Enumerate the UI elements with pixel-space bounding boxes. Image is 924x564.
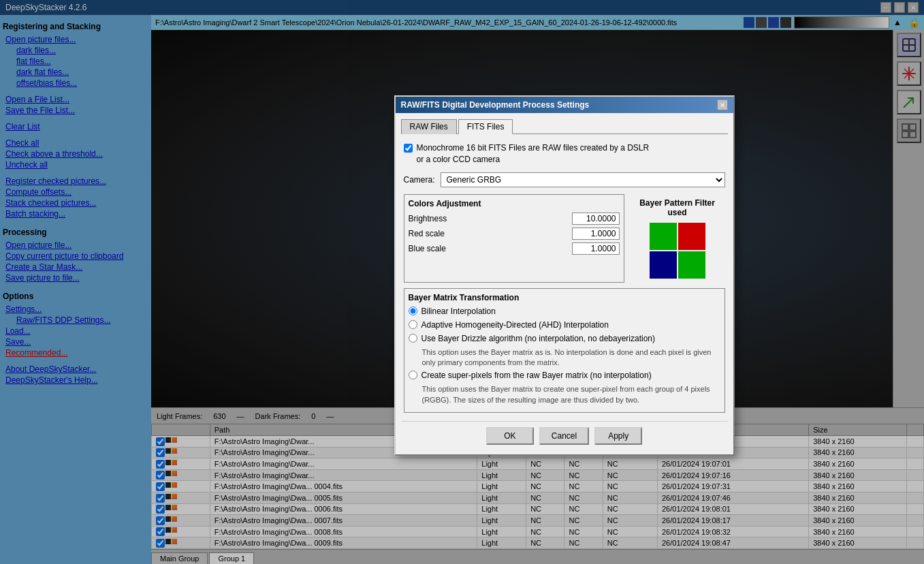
brightness-row: Brightness bbox=[409, 213, 620, 225]
bilinear-label: Bilinear Interpolation bbox=[421, 307, 496, 316]
brightness-input[interactable] bbox=[572, 213, 620, 225]
blue-scale-label: Blue scale bbox=[409, 244, 446, 253]
monochrome-checkbox[interactable] bbox=[404, 144, 413, 153]
ok-button[interactable]: OK bbox=[486, 427, 534, 445]
dialog-buttons: OK Cancel Apply bbox=[401, 421, 728, 449]
blue-scale-row: Blue scale bbox=[409, 242, 620, 255]
ddp-settings-dialog: RAW/FITS Digital Development Process Set… bbox=[394, 95, 735, 456]
bayer-cell-bl bbox=[650, 251, 677, 279]
camera-label: Camera: bbox=[404, 175, 435, 185]
bayer-pattern-title: Bayer Pattern Filter used bbox=[634, 198, 721, 217]
red-scale-row: Red scale bbox=[409, 228, 620, 240]
colors-panel-title: Colors Adjustment bbox=[409, 199, 620, 208]
apply-button[interactable]: Apply bbox=[594, 427, 642, 445]
bilinear-radio[interactable] bbox=[409, 307, 417, 315]
tab-raw-files[interactable]: RAW Files bbox=[401, 119, 457, 134]
red-scale-label: Red scale bbox=[409, 229, 445, 238]
drizzle-label: Use Bayer Drizzle algorithm (no interpol… bbox=[421, 334, 656, 343]
blue-scale-input[interactable] bbox=[572, 242, 620, 255]
drizzle-radio[interactable] bbox=[409, 334, 417, 343]
brightness-label: Brightness bbox=[409, 214, 447, 223]
dialog-close-button[interactable]: ✕ bbox=[717, 99, 728, 110]
cancel-button[interactable]: Cancel bbox=[539, 427, 589, 445]
drizzle-desc: This option uses the Bayer matrix as is.… bbox=[409, 347, 720, 369]
bayer-cell-tr bbox=[678, 223, 705, 250]
camera-select[interactable]: Generic GRBG bbox=[441, 172, 725, 187]
dialog-tab-bar: RAW Files FITS Files bbox=[401, 119, 728, 134]
drizzle-radio-row: Use Bayer Drizzle algorithm (no interpol… bbox=[409, 334, 720, 343]
bayer-grid bbox=[650, 223, 705, 279]
ahd-radio[interactable] bbox=[409, 320, 417, 329]
dialog-content: Monochrome 16 bit FITS Files are RAW fil… bbox=[401, 140, 728, 421]
monochrome-checkbox-row: Monochrome 16 bit FITS Files are RAW fil… bbox=[404, 142, 725, 166]
bayer-cell-tl bbox=[650, 223, 677, 250]
superpixel-label: Create super-pixels from the raw Bayer m… bbox=[421, 371, 652, 380]
ahd-radio-row: Adaptive Homogeneity-Directed (AHD) Inte… bbox=[409, 320, 720, 330]
bayer-matrix-title: Bayer Matrix Transformation bbox=[409, 293, 720, 302]
bayer-matrix-section: Bayer Matrix Transformation Bilinear Int… bbox=[404, 288, 725, 413]
dialog-title: RAW/FITS Digital Development Process Set… bbox=[401, 100, 590, 110]
bilinear-radio-row: Bilinear Interpolation bbox=[409, 307, 720, 316]
tab-fits-files[interactable]: FITS Files bbox=[458, 119, 513, 134]
dialog-body: RAW Files FITS Files Monochrome 16 bit F… bbox=[396, 113, 733, 454]
camera-row: Camera: Generic GRBG bbox=[404, 172, 725, 187]
monochrome-label: Monochrome 16 bit FITS Files are RAW fil… bbox=[417, 142, 650, 166]
colors-panel: Colors Adjustment Brightness Red scale B… bbox=[404, 194, 624, 283]
dialog-overlay: RAW/FITS Digital Development Process Set… bbox=[0, 0, 924, 564]
superpixel-radio-row: Create super-pixels from the raw Bayer m… bbox=[409, 371, 720, 380]
superpixel-radio[interactable] bbox=[409, 371, 417, 379]
bayer-pattern-panel: Bayer Pattern Filter used bbox=[630, 194, 725, 283]
two-col-layout: Colors Adjustment Brightness Red scale B… bbox=[404, 194, 725, 283]
ahd-label: Adaptive Homogeneity-Directed (AHD) Inte… bbox=[421, 320, 609, 330]
red-scale-input[interactable] bbox=[572, 228, 620, 240]
bayer-cell-br bbox=[678, 251, 705, 279]
superpixel-desc: This option uses the Bayer matrix to cre… bbox=[409, 384, 720, 405]
dialog-title-bar: RAW/FITS Digital Development Process Set… bbox=[396, 97, 733, 113]
